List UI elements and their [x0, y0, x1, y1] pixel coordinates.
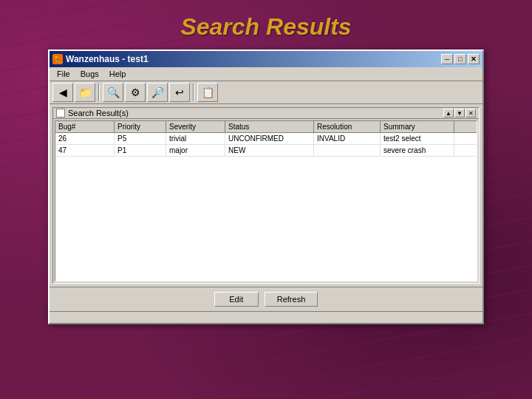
zoom-button[interactable]: 🔎 [147, 83, 168, 102]
col-priority: Priority [115, 121, 166, 132]
col-status: Status [225, 121, 314, 132]
title-bar-left: 🐛 Wanzenhaus - test1 [52, 54, 149, 64]
cell-bug-2: 47 [55, 145, 115, 156]
back-button[interactable]: ◀ [52, 83, 73, 102]
cell-resolution-2 [314, 145, 381, 156]
window-title: Wanzenhaus - test1 [66, 54, 149, 64]
folder-button[interactable]: 📁 [75, 83, 95, 102]
cell-priority-2: P1 [115, 145, 166, 156]
menu-file[interactable]: File [52, 69, 75, 79]
cell-severity-1: trivial [166, 133, 225, 144]
toolbar: ◀ 📁 🔍 ⚙ 🔎 ↩ 📋 [50, 81, 482, 104]
panel-title: Search Result(s) [68, 109, 129, 117]
panel-title-btns: ▲ ▼ ✕ [443, 109, 476, 117]
inner-panel: Search Result(s) ▲ ▼ ✕ Bug# Priority Sev… [52, 107, 480, 284]
panel-title-left: Search Result(s) [56, 109, 129, 117]
minimize-button[interactable]: ─ [441, 54, 453, 64]
refresh-button[interactable]: Refresh [265, 292, 318, 307]
panel-checkbox[interactable] [56, 109, 65, 117]
panel-down-button[interactable]: ▼ [454, 109, 465, 117]
col-severity: Severity [166, 121, 225, 132]
edit-button[interactable]: Edit [214, 292, 259, 307]
toolbar-separator-2 [193, 83, 194, 101]
refresh-toolbar-button[interactable]: ↩ [169, 83, 190, 102]
panel-up-button[interactable]: ▲ [443, 109, 454, 117]
panel-close-button[interactable]: ✕ [466, 109, 476, 117]
title-bar: 🐛 Wanzenhaus - test1 ─ □ ✕ [50, 51, 482, 67]
menu-help[interactable]: Help [105, 69, 131, 79]
menu-bugs[interactable]: Bugs [76, 69, 103, 79]
app-icon: 🐛 [52, 54, 63, 64]
table-area: Bug# Priority Severity Status Resolution… [55, 120, 477, 282]
bottom-area: Edit Refresh [50, 287, 482, 311]
col-bug: Bug# [55, 121, 115, 132]
cell-bug-1: 26 [55, 133, 115, 144]
table-row[interactable]: 26 P5 trivial UNCONFIRMED INVALID test2 … [55, 133, 477, 145]
cell-status-1: UNCONFIRMED [225, 133, 314, 144]
close-button[interactable]: ✕ [468, 54, 480, 64]
table-body: 26 P5 trivial UNCONFIRMED INVALID test2 … [55, 133, 477, 281]
table-header: Bug# Priority Severity Status Resolution… [55, 121, 477, 133]
settings-button[interactable]: ⚙ [125, 83, 146, 102]
cell-summary-1: test2 select [381, 133, 454, 144]
maximize-button[interactable]: □ [454, 54, 466, 64]
cell-resolution-1: INVALID [314, 133, 381, 144]
app-window: 🐛 Wanzenhaus - test1 ─ □ ✕ File Bugs Hel… [48, 50, 484, 324]
cell-summary-2: severe crash [381, 145, 454, 156]
menu-bar: File Bugs Help [50, 67, 482, 81]
title-bar-buttons: ─ □ ✕ [441, 54, 480, 64]
table-row[interactable]: 47 P1 major NEW severe crash [55, 145, 477, 157]
col-summary: Summary [381, 121, 454, 132]
panel-title-bar: Search Result(s) ▲ ▼ ✕ [53, 108, 479, 119]
status-bar [50, 311, 482, 323]
cell-severity-2: major [166, 145, 225, 156]
col-resolution: Resolution [314, 121, 381, 132]
search-button[interactable]: 🔍 [103, 83, 123, 102]
list-button[interactable]: 📋 [197, 83, 218, 102]
page-title: Search Results [180, 13, 351, 41]
cell-status-2: NEW [225, 145, 314, 156]
toolbar-separator [98, 83, 100, 101]
cell-priority-1: P5 [115, 133, 166, 144]
